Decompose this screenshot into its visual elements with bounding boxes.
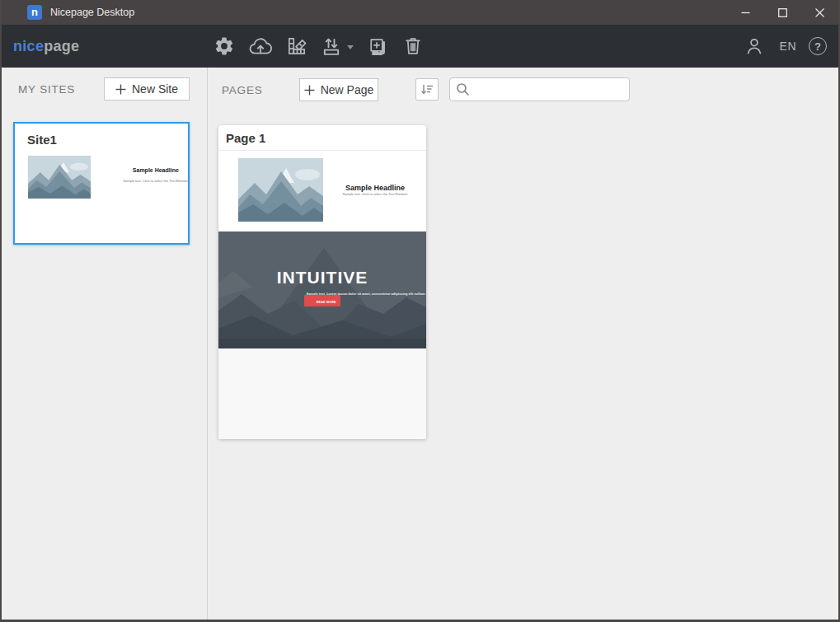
page-thumb-hero-section: Sample Headline Sample text. Click to se… bbox=[218, 151, 426, 231]
publish-button[interactable] bbox=[247, 31, 274, 61]
duplicate-page-icon bbox=[367, 36, 387, 57]
my-sites-heading: MY SITES bbox=[18, 83, 75, 96]
app-icon: n bbox=[27, 5, 42, 20]
page-thumb-hero-text: Sample Headline Sample text. Click to se… bbox=[327, 151, 423, 231]
plus-icon bbox=[304, 85, 315, 96]
content-area: MY SITES New Site Site1 bbox=[2, 68, 838, 620]
gear-icon bbox=[214, 35, 235, 57]
sort-button[interactable] bbox=[415, 78, 439, 101]
site-name: Site1 bbox=[27, 133, 188, 147]
import-export-button[interactable] bbox=[320, 31, 354, 61]
close-button[interactable] bbox=[801, 0, 838, 25]
plus-icon bbox=[115, 84, 126, 95]
toolbar-actions bbox=[211, 25, 426, 68]
language-selector[interactable]: EN bbox=[780, 40, 796, 53]
titlebar: n Nicepage Desktop bbox=[2, 0, 838, 25]
site-thumb-headline: Sample Headline bbox=[91, 167, 221, 173]
page-card[interactable]: Page 1 Sample Headline Sample text. Clic… bbox=[218, 125, 426, 439]
mountain-image bbox=[238, 158, 323, 222]
nicepage-logo: nicepage bbox=[13, 38, 79, 55]
site-design-icon bbox=[285, 35, 308, 58]
page-thumb-subtext: Sample text. Click to select the Text El… bbox=[343, 192, 408, 196]
window-controls bbox=[727, 0, 838, 25]
minimize-icon bbox=[741, 8, 750, 17]
duplicate-page-button[interactable] bbox=[364, 31, 390, 61]
import-export-dropdown-caret[interactable] bbox=[347, 45, 354, 49]
settings-button[interactable] bbox=[211, 31, 237, 61]
minimize-button[interactable] bbox=[727, 0, 764, 25]
account-button[interactable] bbox=[741, 31, 767, 61]
window-title: Nicepage Desktop bbox=[50, 7, 134, 18]
page-thumb-banner-section: INTUITIVE Sample text. Lorem ipsum dolor… bbox=[218, 231, 426, 348]
cloud-upload-icon bbox=[248, 35, 273, 57]
mountain-image bbox=[28, 156, 91, 199]
pages-panel: PAGES New Page bbox=[208, 68, 838, 620]
site-thumb-subtext: Sample text. Click to select the Text El… bbox=[123, 179, 188, 183]
sort-icon bbox=[420, 83, 434, 96]
trash-icon bbox=[402, 35, 424, 57]
site-card[interactable]: Site1 Sample Headline Sample text. Click… bbox=[13, 122, 190, 245]
page-thumb-headline: Sample Headline bbox=[345, 184, 405, 192]
help-button[interactable]: ? bbox=[809, 37, 827, 55]
app-window: n Nicepage Desktop nicepage bbox=[0, 0, 840, 622]
search-input[interactable] bbox=[449, 77, 630, 101]
site-thumb-text: Sample Headline Sample text. Click to se… bbox=[91, 167, 221, 188]
read-more-button: READ MORE bbox=[304, 295, 340, 306]
site-thumbnail: Sample Headline Sample text. Click to se… bbox=[15, 156, 188, 199]
maximize-button[interactable] bbox=[764, 0, 801, 25]
search-box bbox=[449, 77, 630, 101]
close-icon bbox=[815, 8, 824, 17]
page-thumb-footer-section bbox=[218, 348, 426, 439]
help-icon: ? bbox=[814, 40, 821, 53]
new-page-button[interactable]: New Page bbox=[299, 78, 378, 101]
maximize-icon bbox=[778, 8, 787, 17]
import-export-icon bbox=[320, 35, 343, 58]
page-name: Page 1 bbox=[218, 125, 426, 151]
person-icon bbox=[744, 35, 765, 57]
banner-headline: INTUITIVE bbox=[218, 268, 426, 288]
new-page-label: New Page bbox=[321, 83, 374, 96]
site-design-button[interactable] bbox=[284, 31, 310, 61]
new-site-label: New Site bbox=[132, 82, 178, 96]
search-icon bbox=[456, 82, 470, 96]
toolbar-right: EN ? bbox=[741, 31, 827, 61]
new-site-button[interactable]: New Site bbox=[104, 77, 190, 101]
delete-button[interactable] bbox=[400, 31, 426, 61]
pages-heading: PAGES bbox=[222, 84, 263, 96]
toolbar: nicepage bbox=[2, 25, 838, 68]
sites-panel: MY SITES New Site Site1 bbox=[2, 68, 208, 620]
